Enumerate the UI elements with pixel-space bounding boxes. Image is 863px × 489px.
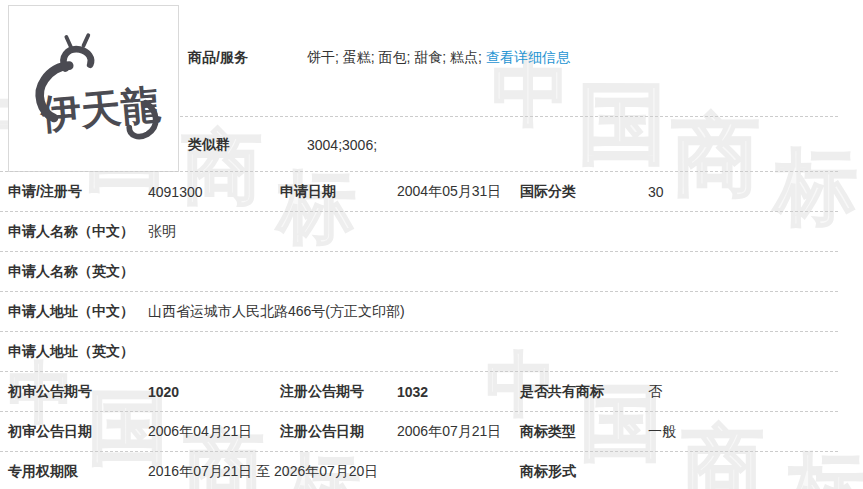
field-label: 申请人名称（英文） xyxy=(8,263,148,281)
table-row: 申请人名称（英文） xyxy=(0,252,838,292)
exclusive-right-period-value: 2016年07月21日 至 2026年07月20日 xyxy=(148,463,520,481)
trademark-detail-table: 申请/注册号 4091300 申请日期 2004年05月31日 国际分类 30 … xyxy=(0,172,838,489)
goods-list: 饼干; 蛋糕; 面包; 甜食; 糕点; xyxy=(307,49,486,65)
table-row: 申请人名称（中文） 张明 xyxy=(0,212,838,252)
trademark-detail-page: 中 国 商 标 中 国 商 标 中 国 商 标 中 国 商 标 伊天 xyxy=(0,0,863,489)
field-label: 申请/注册号 xyxy=(8,183,148,201)
svg-text:伊天龍: 伊天龍 xyxy=(37,82,162,136)
view-details-link[interactable]: 查看详细信息 xyxy=(486,49,570,65)
table-row: 申请人地址（英文） xyxy=(0,332,838,372)
applicant-name-cn-value: 张明 xyxy=(148,223,838,241)
table-row: 专用权期限 2016年07月21日 至 2026年07月20日 商标形式 xyxy=(0,452,838,489)
field-label: 国际分类 xyxy=(520,183,648,201)
field-label: 申请人地址（英文） xyxy=(8,343,148,361)
shared-trademark-value: 否 xyxy=(648,383,838,401)
table-row: 初审公告期号 1020 注册公告期号 1032 是否共有商标 否 xyxy=(0,372,838,412)
goods-section: 商品/服务 饼干; 蛋糕; 面包; 甜食; 糕点; 查看详细信息 类似群 300… xyxy=(180,0,838,172)
field-label: 初审公告日期 xyxy=(8,423,148,441)
similar-group-value: 3004;3006; xyxy=(307,137,838,153)
field-label: 初审公告期号 xyxy=(8,383,148,401)
applicant-address-cn-value: 山西省运城市人民北路466号(方正文印部) xyxy=(148,303,838,321)
goods-value: 饼干; 蛋糕; 面包; 甜食; 糕点; 查看详细信息 xyxy=(307,49,838,67)
registration-number-value: 4091300 xyxy=(148,184,280,200)
field-label: 专用权期限 xyxy=(8,463,148,481)
field-label: 是否共有商标 xyxy=(520,383,648,401)
field-label: 申请日期 xyxy=(280,183,397,201)
trademark-type-value: 一般 xyxy=(648,423,838,441)
table-row: 申请/注册号 4091300 申请日期 2004年05月31日 国际分类 30 xyxy=(0,172,838,212)
similar-group-row: 类似群 3004;3006; xyxy=(180,117,838,172)
field-label: 注册公告日期 xyxy=(280,423,397,441)
registration-gazette-date-value: 2006年07月21日 xyxy=(397,423,520,441)
field-label: 商标类型 xyxy=(520,423,648,441)
application-date-value: 2004年05月31日 xyxy=(397,183,520,201)
similar-group-label: 类似群 xyxy=(180,136,307,154)
dragon-logo-graphic: 伊天龍 xyxy=(14,11,174,166)
goods-row: 商品/服务 饼干; 蛋糕; 面包; 甜食; 糕点; 查看详细信息 xyxy=(180,0,838,117)
goods-label: 商品/服务 xyxy=(180,49,307,67)
field-label: 注册公告期号 xyxy=(280,383,397,401)
registration-gazette-no-value: 1032 xyxy=(397,384,520,400)
table-row: 申请人地址（中文） 山西省运城市人民北路466号(方正文印部) xyxy=(0,292,838,332)
preliminary-gazette-date-value: 2006年04月21日 xyxy=(148,423,280,441)
field-label: 申请人名称（中文） xyxy=(8,223,148,241)
field-label: 商标形式 xyxy=(520,463,648,481)
preliminary-gazette-no-value: 1020 xyxy=(148,384,280,400)
table-row: 初审公告日期 2006年04月21日 注册公告日期 2006年07月21日 商标… xyxy=(0,412,838,452)
trademark-image: 伊天龍 xyxy=(8,5,179,172)
field-label: 申请人地址（中文） xyxy=(8,303,148,321)
intl-class-value: 30 xyxy=(648,184,838,200)
